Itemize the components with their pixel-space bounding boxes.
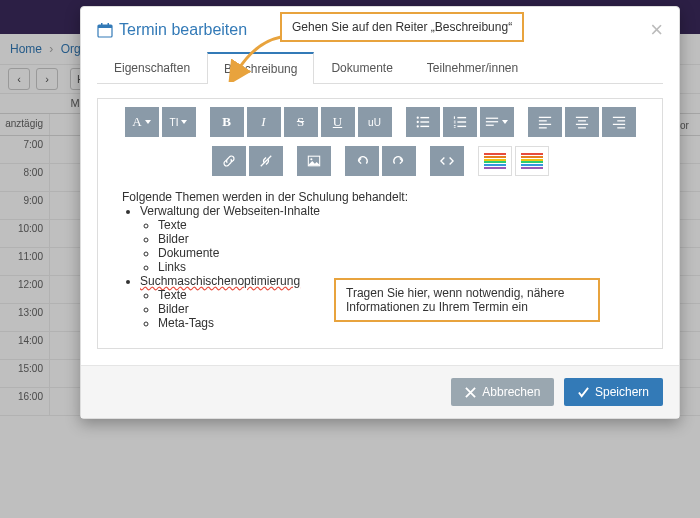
calendar-icon [97, 22, 113, 38]
svg-rect-7 [420, 121, 429, 122]
svg-rect-20 [486, 125, 494, 126]
content-subitem: Bilder [158, 232, 642, 246]
svg-point-35 [310, 158, 312, 160]
underline-button[interactable]: U [321, 107, 355, 137]
check-icon [578, 387, 589, 398]
image-button[interactable] [297, 146, 331, 176]
svg-rect-21 [538, 117, 550, 118]
tab-participants[interactable]: Teilnehmer/innen [410, 52, 535, 84]
svg-rect-9 [420, 126, 429, 127]
tabs: Eigenschaften Beschreibung Dokumente Tei… [97, 51, 663, 84]
svg-point-4 [416, 116, 418, 118]
content-intro: Folgende Themen werden in der Schulung b… [122, 190, 642, 204]
x-icon [465, 387, 476, 398]
modal-body: A TI B I S U uU [81, 84, 679, 365]
content-subitem: Links [158, 260, 642, 274]
svg-rect-16 [453, 125, 455, 126]
italic-button[interactable]: I [247, 107, 281, 137]
svg-rect-11 [457, 121, 466, 122]
close-icon[interactable]: × [650, 19, 663, 41]
svg-rect-24 [538, 127, 546, 128]
link-button[interactable] [212, 146, 246, 176]
tab-documents[interactable]: Dokumente [314, 52, 409, 84]
content-item: Verwaltung der Webseiten-Inhalte [140, 204, 642, 218]
annotation-tab-callout: Gehen Sie auf den Reiter „Beschreibung“ [280, 12, 524, 42]
clear-format-button[interactable]: uU [358, 107, 392, 137]
svg-rect-27 [575, 124, 587, 125]
paragraph-format-dropdown[interactable] [480, 107, 514, 137]
strikethrough-button[interactable]: S [284, 107, 318, 137]
cancel-label: Abbrechen [482, 385, 540, 399]
svg-rect-29 [612, 117, 624, 118]
tab-description[interactable]: Beschreibung [207, 52, 314, 84]
svg-rect-13 [453, 116, 454, 119]
font-style-dropdown[interactable]: A [125, 107, 159, 137]
redo-button[interactable] [382, 146, 416, 176]
svg-point-6 [416, 121, 418, 123]
svg-rect-14 [453, 121, 455, 122]
modal-title: Termin bearbeiten [97, 21, 247, 39]
bold-button[interactable]: B [210, 107, 244, 137]
content-subitem: Dokumente [158, 246, 642, 260]
text-color-button[interactable] [478, 146, 512, 176]
align-right-button[interactable] [602, 107, 636, 137]
svg-rect-15 [453, 122, 455, 123]
svg-line-33 [260, 156, 271, 167]
save-label: Speichern [595, 385, 649, 399]
tab-properties[interactable]: Eigenschaften [97, 52, 207, 84]
modal-title-text: Termin bearbeiten [119, 21, 247, 39]
svg-rect-12 [457, 126, 466, 127]
editor-toolbar: A TI B I S U uU [110, 107, 650, 176]
cancel-button[interactable]: Abbrechen [451, 378, 554, 406]
edit-appointment-modal: Termin bearbeiten × Eigenschaften Beschr… [80, 6, 680, 419]
svg-rect-28 [578, 127, 586, 128]
ordered-list-button[interactable] [443, 107, 477, 137]
svg-rect-18 [486, 118, 498, 119]
svg-rect-10 [457, 117, 466, 118]
svg-rect-17 [453, 127, 455, 128]
svg-rect-32 [617, 127, 625, 128]
svg-rect-22 [538, 120, 546, 121]
svg-rect-1 [98, 25, 112, 28]
svg-rect-2 [101, 23, 103, 26]
unlink-button[interactable] [249, 146, 283, 176]
content-subitem: Texte [158, 218, 642, 232]
svg-rect-30 [617, 120, 625, 121]
font-size-dropdown[interactable]: TI [162, 107, 196, 137]
svg-point-8 [416, 125, 418, 127]
spelling-error-text: Suchmaschischenoptimierung [140, 274, 300, 288]
code-view-button[interactable] [430, 146, 464, 176]
modal-footer: Abbrechen Speichern [81, 365, 679, 418]
svg-rect-3 [108, 23, 110, 26]
svg-rect-5 [420, 117, 429, 118]
svg-rect-19 [486, 121, 498, 122]
align-left-button[interactable] [528, 107, 562, 137]
background-color-button[interactable] [515, 146, 549, 176]
svg-rect-23 [538, 124, 550, 125]
unordered-list-button[interactable] [406, 107, 440, 137]
svg-rect-26 [578, 120, 586, 121]
save-button[interactable]: Speichern [564, 378, 663, 406]
svg-rect-25 [575, 117, 587, 118]
annotation-editor-callout: Tragen Sie hier, wenn notwendig, nähere … [334, 278, 600, 322]
svg-rect-31 [612, 124, 624, 125]
undo-button[interactable] [345, 146, 379, 176]
align-center-button[interactable] [565, 107, 599, 137]
